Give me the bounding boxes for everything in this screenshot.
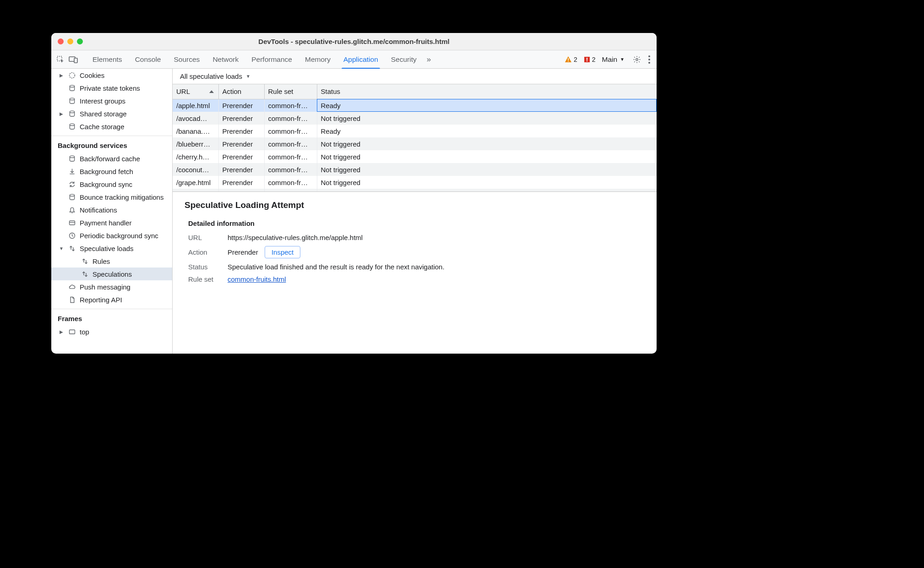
tab-memory[interactable]: Memory [299, 50, 336, 68]
cookie-icon [68, 71, 76, 79]
db-icon [68, 97, 76, 105]
sidebar-item[interactable]: Reporting API [51, 293, 172, 306]
sidebar-item[interactable]: Private state tokens [51, 82, 172, 94]
table-row[interactable]: /kiwi.htmlPrerendercommon-fr…Not trigger… [173, 189, 657, 192]
svg-point-13 [70, 85, 74, 87]
tab-console[interactable]: Console [130, 50, 167, 68]
column-header[interactable]: Status [317, 84, 657, 99]
details-subheading: Detailed information [188, 219, 645, 227]
bgfetch-icon [68, 167, 76, 175]
table-row[interactable]: /grape.htmlPrerendercommon-fr…Not trigge… [173, 176, 657, 189]
column-header[interactable]: Rule set [264, 84, 317, 99]
minimize-icon[interactable] [67, 38, 73, 44]
window-title: DevTools - speculative-rules.glitch.me/c… [58, 38, 650, 45]
sidebar-item-label: Speculations [92, 270, 132, 278]
sidebar-item[interactable]: ▶Shared storage [51, 107, 172, 120]
sidebar-item[interactable]: Payment handler [51, 216, 172, 229]
updown-icon [81, 257, 89, 265]
table-row[interactable]: /cherry.h…Prerendercommon-fr…Not trigger… [173, 150, 657, 163]
more-tabs-icon[interactable]: » [424, 55, 434, 64]
chevron-down-icon: ▼ [246, 74, 250, 79]
tab-application[interactable]: Application [338, 50, 384, 68]
table-row[interactable]: /banana.…Prerendercommon-fr…Ready [173, 125, 657, 137]
cell-ruleset: common-fr… [264, 112, 317, 125]
svg-rect-4 [568, 61, 569, 62]
sidebar-item[interactable]: Background sync [51, 178, 172, 191]
cell-ruleset: common-fr… [264, 137, 317, 150]
settings-icon[interactable] [633, 55, 641, 64]
cell-action: Prerender [218, 99, 264, 112]
kebab-menu-icon[interactable] [648, 55, 650, 64]
detail-action-row: Prerender Inspect [228, 246, 645, 258]
table-row[interactable]: /coconut…Prerendercommon-fr…Not triggere… [173, 163, 657, 176]
sidebar-item[interactable]: Rules [51, 255, 172, 268]
sidebar-item[interactable]: Push messaging [51, 280, 172, 293]
speculations-table-wrap[interactable]: URLActionRule setStatus /apple.htmlPrere… [173, 84, 657, 192]
detail-ruleset-link[interactable]: common-fruits.html [228, 275, 286, 283]
sidebar-item-label: Periodic background sync [80, 232, 158, 240]
flag-icon [584, 56, 590, 63]
sidebar-item[interactable]: Cache storage [51, 120, 172, 133]
tab-performance[interactable]: Performance [246, 50, 298, 68]
sidebar-item[interactable]: ▶top [51, 325, 172, 338]
details-heading: Speculative Loading Attempt [185, 200, 645, 210]
sidebar-item[interactable]: Background fetch [51, 165, 172, 178]
cell-ruleset: common-fr… [264, 150, 317, 163]
tab-elements[interactable]: Elements [87, 50, 128, 68]
cell-ruleset: common-fr… [264, 189, 317, 192]
cell-url: /cherry.h… [173, 150, 218, 163]
zoom-icon[interactable] [77, 38, 83, 44]
target-selector[interactable]: Main ▼ [602, 55, 625, 64]
speculative-loads-filter[interactable]: All speculative loads ▼ [177, 71, 253, 81]
svg-rect-2 [74, 58, 77, 63]
main-panel: All speculative loads ▼ URLActionRule se… [173, 69, 657, 354]
tab-network[interactable]: Network [207, 50, 244, 68]
sidebar-item-label: Push messaging [80, 283, 130, 291]
sidebar-item[interactable]: Bounce tracking mitigations [51, 191, 172, 203]
sidebar-item[interactable]: ▶Cookies [51, 69, 172, 82]
db-icon [68, 84, 76, 92]
db-icon [68, 122, 76, 131]
close-icon[interactable] [58, 38, 64, 44]
sidebar-item[interactable]: Back/forward cache [51, 152, 172, 165]
column-header[interactable]: Action [218, 84, 264, 99]
cell-status: Not triggered [317, 189, 657, 192]
table-row[interactable]: /blueberr…Prerendercommon-fr…Not trigger… [173, 137, 657, 150]
sidebar-item[interactable]: Periodic background sync [51, 229, 172, 242]
tab-sources[interactable]: Sources [168, 50, 206, 68]
db-icon [68, 154, 76, 163]
cell-action: Prerender [218, 137, 264, 150]
sidebar-item[interactable]: Notifications [51, 203, 172, 216]
tab-security[interactable]: Security [386, 50, 422, 68]
sidebar-item[interactable]: Interest groups [51, 94, 172, 107]
sidebar-item[interactable]: Speculations [51, 268, 172, 280]
svg-rect-6 [587, 58, 587, 60]
sidebar-item-label: Bounce tracking mitigations [80, 193, 163, 201]
cell-url: /banana.… [173, 125, 218, 137]
column-header[interactable]: URL [173, 84, 218, 99]
svg-point-9 [648, 55, 650, 57]
warnings-badge[interactable]: 2 [565, 56, 577, 63]
disclosure-arrow-icon: ▶ [59, 73, 64, 78]
updown-icon [68, 244, 76, 252]
updown-icon [81, 270, 89, 278]
table-row[interactable]: /apple.htmlPrerendercommon-fr…Ready [173, 99, 657, 112]
detail-action-value: Prerender [228, 248, 258, 256]
device-toolbar-icon[interactable] [68, 54, 79, 65]
sidebar-item-label: Reporting API [80, 296, 122, 304]
issues-badge[interactable]: 2 [584, 56, 596, 63]
inspect-button[interactable]: Inspect [265, 246, 300, 258]
sidebar-item[interactable]: ▼Speculative loads [51, 242, 172, 255]
cell-url: /avocad… [173, 112, 218, 125]
svg-point-8 [636, 58, 638, 60]
table-row[interactable]: /avocad…Prerendercommon-fr…Not triggered [173, 112, 657, 125]
svg-point-12 [69, 72, 75, 78]
cell-status: Not triggered [317, 150, 657, 163]
svg-rect-3 [568, 58, 569, 60]
disclosure-arrow-icon: ▼ [59, 246, 64, 251]
svg-point-18 [70, 194, 74, 196]
application-sidebar[interactable]: ▶CookiesPrivate state tokensInterest gro… [51, 69, 173, 354]
inspect-element-icon[interactable] [55, 54, 66, 65]
detail-action-label: Action [188, 248, 221, 256]
sidebar-item-label: Shared storage [80, 110, 127, 118]
